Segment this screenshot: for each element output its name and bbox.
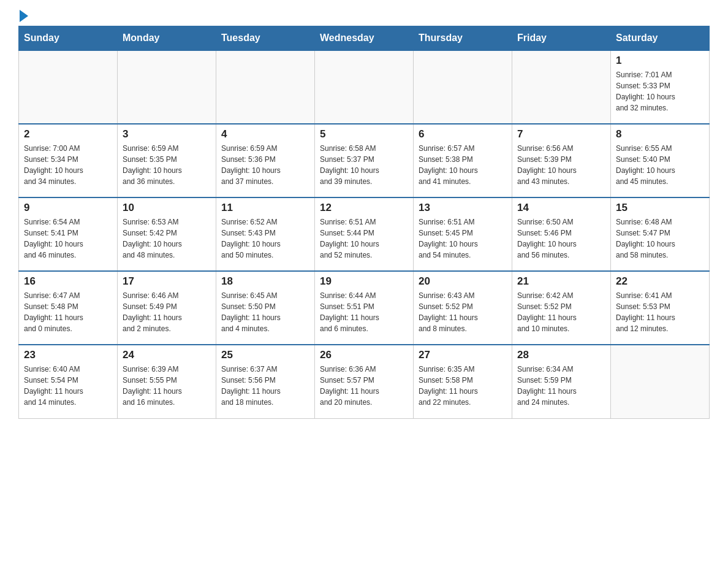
calendar-cell: 18Sunrise: 6:45 AM Sunset: 5:50 PM Dayli… <box>216 271 315 345</box>
day-info: Sunrise: 6:35 AM Sunset: 5:58 PM Dayligh… <box>419 364 507 408</box>
calendar-cell: 8Sunrise: 6:55 AM Sunset: 5:40 PM Daylig… <box>611 124 710 197</box>
day-info: Sunrise: 6:59 AM Sunset: 5:36 PM Dayligh… <box>221 143 309 187</box>
calendar-cell: 15Sunrise: 6:48 AM Sunset: 5:47 PM Dayli… <box>611 197 710 271</box>
day-number: 21 <box>517 275 605 288</box>
day-number: 24 <box>123 349 211 361</box>
day-info: Sunrise: 6:47 AM Sunset: 5:48 PM Dayligh… <box>24 290 112 334</box>
calendar-cell <box>611 345 710 418</box>
day-number: 18 <box>221 275 309 288</box>
day-number: 10 <box>123 202 211 214</box>
calendar-cell: 26Sunrise: 6:36 AM Sunset: 5:57 PM Dayli… <box>315 345 414 418</box>
day-info: Sunrise: 6:55 AM Sunset: 5:40 PM Dayligh… <box>616 143 704 187</box>
calendar-cell: 10Sunrise: 6:53 AM Sunset: 5:42 PM Dayli… <box>118 197 216 271</box>
day-info: Sunrise: 6:45 AM Sunset: 5:50 PM Dayligh… <box>221 290 309 334</box>
calendar-cell: 25Sunrise: 6:37 AM Sunset: 5:56 PM Dayli… <box>216 345 315 418</box>
day-number: 17 <box>123 275 211 288</box>
calendar-cell: 17Sunrise: 6:46 AM Sunset: 5:49 PM Dayli… <box>118 271 216 345</box>
day-info: Sunrise: 6:44 AM Sunset: 5:51 PM Dayligh… <box>320 290 408 334</box>
day-info: Sunrise: 6:46 AM Sunset: 5:49 PM Dayligh… <box>123 290 211 334</box>
calendar-cell: 21Sunrise: 6:42 AM Sunset: 5:52 PM Dayli… <box>512 271 611 345</box>
calendar-cell: 3Sunrise: 6:59 AM Sunset: 5:35 PM Daylig… <box>118 124 216 197</box>
day-info: Sunrise: 6:40 AM Sunset: 5:54 PM Dayligh… <box>24 364 112 408</box>
calendar-cell: 11Sunrise: 6:52 AM Sunset: 5:43 PM Dayli… <box>216 197 315 271</box>
day-info: Sunrise: 6:34 AM Sunset: 5:59 PM Dayligh… <box>517 364 605 408</box>
calendar-cell: 28Sunrise: 6:34 AM Sunset: 5:59 PM Dayli… <box>512 345 611 418</box>
calendar-cell <box>414 50 512 124</box>
calendar-cell: 13Sunrise: 6:51 AM Sunset: 5:45 PM Dayli… <box>414 197 512 271</box>
day-header-monday: Monday <box>118 26 216 51</box>
day-info: Sunrise: 6:50 AM Sunset: 5:46 PM Dayligh… <box>517 216 605 261</box>
day-number: 26 <box>320 349 408 361</box>
day-info: Sunrise: 6:36 AM Sunset: 5:57 PM Dayligh… <box>320 364 408 408</box>
calendar-cell: 14Sunrise: 6:50 AM Sunset: 5:46 PM Dayli… <box>512 197 611 271</box>
day-number: 11 <box>221 202 309 214</box>
day-info: Sunrise: 6:56 AM Sunset: 5:39 PM Dayligh… <box>517 143 605 187</box>
day-header-friday: Friday <box>512 26 611 51</box>
logo-arrow-icon <box>20 10 28 22</box>
calendar-cell: 9Sunrise: 6:54 AM Sunset: 5:41 PM Daylig… <box>19 197 118 271</box>
day-number: 28 <box>517 349 605 361</box>
day-info: Sunrise: 6:57 AM Sunset: 5:38 PM Dayligh… <box>419 143 507 187</box>
day-info: Sunrise: 6:54 AM Sunset: 5:41 PM Dayligh… <box>24 216 112 261</box>
day-info: Sunrise: 6:48 AM Sunset: 5:47 PM Dayligh… <box>616 216 704 261</box>
calendar-cell: 19Sunrise: 6:44 AM Sunset: 5:51 PM Dayli… <box>315 271 414 345</box>
day-number: 14 <box>517 202 605 214</box>
calendar-cell: 12Sunrise: 6:51 AM Sunset: 5:44 PM Dayli… <box>315 197 414 271</box>
day-info: Sunrise: 6:42 AM Sunset: 5:52 PM Dayligh… <box>517 290 605 334</box>
day-number: 12 <box>320 202 408 214</box>
day-number: 7 <box>517 128 605 140</box>
day-info: Sunrise: 6:53 AM Sunset: 5:42 PM Dayligh… <box>123 216 211 261</box>
day-info: Sunrise: 6:58 AM Sunset: 5:37 PM Dayligh… <box>320 143 408 187</box>
day-number: 8 <box>616 128 704 140</box>
day-header-saturday: Saturday <box>611 26 710 51</box>
day-info: Sunrise: 6:41 AM Sunset: 5:53 PM Dayligh… <box>616 290 704 334</box>
page-header <box>18 12 710 20</box>
day-info: Sunrise: 6:52 AM Sunset: 5:43 PM Dayligh… <box>221 216 309 261</box>
day-number: 4 <box>221 128 309 140</box>
day-info: Sunrise: 7:00 AM Sunset: 5:34 PM Dayligh… <box>24 143 112 187</box>
calendar-cell: 22Sunrise: 6:41 AM Sunset: 5:53 PM Dayli… <box>611 271 710 345</box>
calendar-cell: 16Sunrise: 6:47 AM Sunset: 5:48 PM Dayli… <box>19 271 118 345</box>
day-number: 5 <box>320 128 408 140</box>
calendar-cell: 23Sunrise: 6:40 AM Sunset: 5:54 PM Dayli… <box>19 345 118 418</box>
calendar-week-row: 9Sunrise: 6:54 AM Sunset: 5:41 PM Daylig… <box>19 197 710 271</box>
day-number: 15 <box>616 202 704 214</box>
calendar-cell: 7Sunrise: 6:56 AM Sunset: 5:39 PM Daylig… <box>512 124 611 197</box>
day-number: 27 <box>419 349 507 361</box>
calendar-header-row: SundayMondayTuesdayWednesdayThursdayFrid… <box>19 26 710 51</box>
day-number: 23 <box>24 349 112 361</box>
calendar-week-row: 1Sunrise: 7:01 AM Sunset: 5:33 PM Daylig… <box>19 50 710 124</box>
day-number: 16 <box>24 275 112 288</box>
day-info: Sunrise: 6:51 AM Sunset: 5:45 PM Dayligh… <box>419 216 507 261</box>
day-header-thursday: Thursday <box>414 26 512 51</box>
day-number: 20 <box>419 275 507 288</box>
day-info: Sunrise: 6:39 AM Sunset: 5:55 PM Dayligh… <box>123 364 211 408</box>
calendar-cell <box>315 50 414 124</box>
calendar-week-row: 16Sunrise: 6:47 AM Sunset: 5:48 PM Dayli… <box>19 271 710 345</box>
day-number: 6 <box>419 128 507 140</box>
day-header-sunday: Sunday <box>19 26 118 51</box>
day-info: Sunrise: 7:01 AM Sunset: 5:33 PM Dayligh… <box>616 69 704 113</box>
calendar-cell: 1Sunrise: 7:01 AM Sunset: 5:33 PM Daylig… <box>611 50 710 124</box>
calendar-cell: 2Sunrise: 7:00 AM Sunset: 5:34 PM Daylig… <box>19 124 118 197</box>
day-info: Sunrise: 6:51 AM Sunset: 5:44 PM Dayligh… <box>320 216 408 261</box>
calendar-cell: 4Sunrise: 6:59 AM Sunset: 5:36 PM Daylig… <box>216 124 315 197</box>
day-info: Sunrise: 6:43 AM Sunset: 5:52 PM Dayligh… <box>419 290 507 334</box>
calendar-table: SundayMondayTuesdayWednesdayThursdayFrid… <box>18 26 710 419</box>
day-number: 22 <box>616 275 704 288</box>
day-header-wednesday: Wednesday <box>315 26 414 51</box>
calendar-cell <box>19 50 118 124</box>
day-number: 9 <box>24 202 112 214</box>
day-info: Sunrise: 6:59 AM Sunset: 5:35 PM Dayligh… <box>123 143 211 187</box>
calendar-cell: 6Sunrise: 6:57 AM Sunset: 5:38 PM Daylig… <box>414 124 512 197</box>
day-number: 19 <box>320 275 408 288</box>
calendar-cell: 24Sunrise: 6:39 AM Sunset: 5:55 PM Dayli… <box>118 345 216 418</box>
day-info: Sunrise: 6:37 AM Sunset: 5:56 PM Dayligh… <box>221 364 309 408</box>
day-number: 2 <box>24 128 112 140</box>
day-number: 3 <box>123 128 211 140</box>
calendar-week-row: 23Sunrise: 6:40 AM Sunset: 5:54 PM Dayli… <box>19 345 710 418</box>
calendar-cell <box>216 50 315 124</box>
calendar-cell: 5Sunrise: 6:58 AM Sunset: 5:37 PM Daylig… <box>315 124 414 197</box>
day-header-tuesday: Tuesday <box>216 26 315 51</box>
day-number: 1 <box>616 55 704 67</box>
